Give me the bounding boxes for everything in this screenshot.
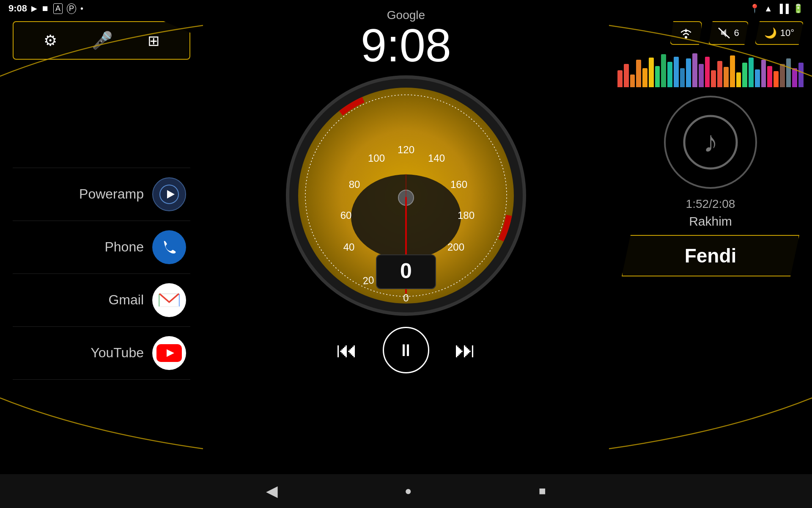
svg-text:100: 100 (368, 152, 385, 164)
music-note-svg: ♪ (683, 115, 738, 170)
nav-bar: ◀ ● ■ (0, 474, 812, 508)
svg-text:♪: ♪ (703, 125, 718, 158)
mute-widget[interactable]: 6 (708, 21, 748, 45)
battery-icon: 🔋 (793, 3, 804, 14)
settings-toolbar: ⚙ 🎤 ⊞ (13, 21, 190, 60)
svg-text:0: 0 (403, 292, 409, 304)
svg-text:120: 120 (398, 144, 414, 155)
svg-marker-1 (167, 190, 175, 199)
svg-text:140: 140 (428, 152, 445, 164)
weather-widget[interactable]: 🌙 10° (755, 21, 804, 45)
svg-text:200: 200 (447, 241, 464, 253)
clock-display: 9:08 (361, 22, 451, 69)
app-item-youtube[interactable]: YouTube (13, 327, 190, 380)
wifi-status-icon: ▲ (764, 4, 773, 14)
app-icon-youtube (152, 336, 186, 370)
settings-icon[interactable]: ⚙ (44, 32, 57, 50)
svg-text:60: 60 (340, 210, 352, 221)
app-item-poweramp[interactable]: Poweramp (13, 168, 190, 221)
music-note-icon: ♪ (664, 96, 757, 189)
status-icons: 6 🌙 10° (670, 21, 804, 45)
prev-button[interactable]: ⏮ (336, 338, 357, 362)
app-label-gmail: Gmail (17, 292, 144, 308)
p-icon: P (67, 3, 76, 14)
app-label-poweramp: Poweramp (17, 186, 144, 202)
location-icon: 📍 (749, 3, 760, 14)
pause-button[interactable]: ⏸ (383, 327, 429, 373)
status-time: 9:08 (8, 3, 27, 14)
equalizer (617, 53, 804, 87)
google-time: Google 9:08 (361, 8, 451, 69)
pause-icon: ⏸ (398, 341, 414, 360)
apps-grid-icon[interactable]: ⊞ (148, 32, 159, 49)
right-panel: 6 🌙 10° (609, 0, 812, 508)
stop-icon: ⏹ (41, 4, 49, 13)
signal-icon: ▐▐ (777, 4, 789, 14)
svg-point-26 (685, 36, 687, 39)
svg-text:40: 40 (343, 241, 355, 253)
mute-icon (718, 27, 730, 39)
track-time: 1:52/2:08 (686, 197, 735, 211)
temperature: 10° (780, 28, 794, 39)
status-bar-left: 9:08 ▶ ⏹ A P • (8, 3, 83, 14)
next-button[interactable]: ⏭ (455, 338, 476, 362)
left-panel: ⚙ 🎤 ⊞ Poweramp Phone Gma (0, 0, 203, 508)
wifi-icon (679, 27, 693, 39)
eq-bars (617, 53, 804, 87)
svg-text:180: 180 (458, 210, 475, 221)
dot-icon: • (80, 4, 83, 14)
a-icon: A (53, 3, 63, 14)
moon-icon: 🌙 (764, 27, 777, 39)
microphone-icon[interactable]: 🎤 (92, 30, 113, 50)
wifi-widget[interactable] (670, 21, 702, 45)
mute-value: 6 (734, 28, 739, 39)
status-bar: 9:08 ▶ ⏹ A P • 📍 ▲ ▐▐ 🔋 (0, 0, 812, 17)
speed-readout: 0 (400, 259, 412, 283)
app-label-phone: Phone (17, 239, 144, 255)
home-button[interactable]: ● (405, 484, 412, 498)
app-icon-gmail (152, 283, 186, 317)
track-artist: Rakhim (686, 214, 735, 229)
track-title-banner: Fendi (622, 235, 799, 276)
speedometer: 20 40 60 80 100 120 140 160 180 200 0 (283, 73, 529, 318)
play-icon: ▶ (31, 4, 37, 13)
back-button[interactable]: ◀ (266, 482, 278, 500)
track-title: Fendi (685, 245, 737, 267)
app-item-phone[interactable]: Phone (13, 221, 190, 274)
app-icon-poweramp (152, 177, 186, 211)
app-list: Poweramp Phone Gmail (0, 77, 203, 470)
center-panel: Google 9:08 (203, 0, 609, 508)
music-controls: ⏮ ⏸ ⏭ (336, 327, 476, 373)
svg-text:160: 160 (450, 179, 467, 190)
recents-button[interactable]: ■ (539, 484, 546, 498)
app-item-gmail[interactable]: Gmail (13, 274, 190, 327)
status-bar-right: 📍 ▲ ▐▐ 🔋 (749, 3, 804, 14)
svg-text:20: 20 (362, 274, 375, 286)
app-icon-phone (152, 230, 186, 264)
track-info: 1:52/2:08 Rakhim (686, 197, 735, 229)
svg-text:80: 80 (349, 179, 360, 190)
app-label-youtube: YouTube (17, 345, 144, 361)
